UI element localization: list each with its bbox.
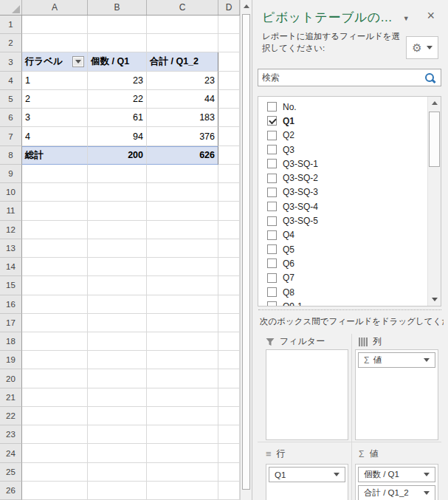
checkbox-icon[interactable] xyxy=(267,244,277,254)
cell-A13[interactable] xyxy=(22,239,88,258)
row-header-18[interactable]: 18 xyxy=(0,332,22,351)
cell-B25[interactable] xyxy=(88,463,147,482)
field-item[interactable]: Q7 xyxy=(258,271,427,285)
cell-C13[interactable] xyxy=(147,239,218,258)
field-item[interactable]: Q4 xyxy=(258,228,427,242)
scroll-up-button[interactable] xyxy=(428,97,441,109)
row-header-2[interactable]: 2 xyxy=(0,34,22,52)
field-item[interactable]: Q3-SQ-3 xyxy=(258,185,427,199)
cell-D4[interactable] xyxy=(218,72,240,90)
checkbox-icon[interactable] xyxy=(267,273,277,283)
cell-B22[interactable] xyxy=(88,407,147,425)
scroll-up-button[interactable] xyxy=(241,0,252,13)
cell-B20[interactable] xyxy=(88,369,147,388)
cell-D2[interactable] xyxy=(218,34,240,52)
checkbox-icon[interactable] xyxy=(267,131,277,140)
cell-C6[interactable]: 183 xyxy=(147,109,218,127)
cell-A14[interactable] xyxy=(22,258,88,276)
field-item[interactable]: No. xyxy=(258,100,427,114)
row-header-13[interactable]: 13 xyxy=(0,239,22,258)
cell-C9[interactable] xyxy=(147,165,218,183)
area-field-button[interactable]: 合計 / Q1_2 xyxy=(358,485,435,500)
row-header-5[interactable]: 5 xyxy=(0,90,22,109)
cell-C16[interactable] xyxy=(147,295,218,314)
cell-A10[interactable] xyxy=(22,183,88,202)
cell-C8[interactable]: 626 xyxy=(147,146,218,165)
checkbox-icon[interactable] xyxy=(267,258,277,268)
cell-B19[interactable] xyxy=(88,351,147,369)
field-item[interactable]: Q8 xyxy=(258,285,427,299)
cell-A20[interactable] xyxy=(22,369,88,388)
row-header-26[interactable]: 26 xyxy=(0,482,22,500)
cell-A8[interactable]: 総計 xyxy=(22,146,88,165)
cell-C19[interactable] xyxy=(147,351,218,369)
field-item[interactable]: Q5 xyxy=(258,242,427,256)
cell-A7[interactable]: 4 xyxy=(22,127,88,145)
cell-B3[interactable]: 個数 / Q1 xyxy=(88,52,147,71)
cell-D19[interactable] xyxy=(218,351,240,369)
cell-A3[interactable]: 行ラベル xyxy=(22,52,88,71)
cell-B5[interactable]: 22 xyxy=(88,90,147,109)
field-item[interactable]: Q2 xyxy=(258,129,427,143)
panel-title-caret-icon[interactable]: ▼ xyxy=(403,15,410,22)
cell-D26[interactable] xyxy=(218,482,240,500)
checkbox-icon[interactable] xyxy=(267,159,277,168)
checkbox-icon[interactable] xyxy=(267,230,277,240)
cell-C10[interactable] xyxy=(147,183,218,202)
column-header-B[interactable]: B xyxy=(88,0,147,15)
cell-B23[interactable] xyxy=(88,425,147,444)
cell-D3[interactable] xyxy=(218,52,240,71)
row-header-10[interactable]: 10 xyxy=(0,183,22,202)
cell-D23[interactable] xyxy=(218,425,240,444)
cell-D5[interactable] xyxy=(218,90,240,109)
row-header-22[interactable]: 22 xyxy=(0,407,22,425)
cell-D6[interactable] xyxy=(218,109,240,127)
select-all-corner[interactable] xyxy=(0,0,22,15)
scrollbar-thumb[interactable] xyxy=(429,112,440,167)
checkbox-icon[interactable] xyxy=(267,188,277,197)
checkbox-icon[interactable] xyxy=(267,202,277,211)
checkbox-icon[interactable] xyxy=(267,216,277,226)
cell-A12[interactable] xyxy=(22,221,88,239)
cell-D16[interactable] xyxy=(218,295,240,314)
filters-dropzone[interactable] xyxy=(266,349,348,440)
field-item[interactable]: Q3-SQ-4 xyxy=(258,199,427,213)
cell-A4[interactable]: 1 xyxy=(22,72,88,90)
cell-B8[interactable]: 200 xyxy=(88,146,147,165)
cell-B15[interactable] xyxy=(88,276,147,295)
cell-C25[interactable] xyxy=(147,463,218,482)
cell-C23[interactable] xyxy=(147,425,218,444)
cell-B10[interactable] xyxy=(88,183,147,202)
tools-button[interactable]: ⚙ xyxy=(406,36,438,59)
cell-D22[interactable] xyxy=(218,407,240,425)
cell-A17[interactable] xyxy=(22,314,88,332)
cell-D9[interactable] xyxy=(218,165,240,183)
cell-B11[interactable] xyxy=(88,202,147,220)
cell-C5[interactable]: 44 xyxy=(147,90,218,109)
cell-A22[interactable] xyxy=(22,407,88,425)
checkbox-icon[interactable] xyxy=(267,174,277,183)
row-header-4[interactable]: 4 xyxy=(0,72,22,90)
cell-C22[interactable] xyxy=(147,407,218,425)
cell-A5[interactable]: 2 xyxy=(22,90,88,109)
cell-B26[interactable] xyxy=(88,482,147,500)
row-header-15[interactable]: 15 xyxy=(0,276,22,295)
cell-D12[interactable] xyxy=(218,221,240,239)
checkbox-icon[interactable] xyxy=(267,116,277,126)
cell-C14[interactable] xyxy=(147,258,218,276)
field-item[interactable]: Q1 xyxy=(258,114,427,128)
row-labels-filter-button[interactable] xyxy=(72,56,84,67)
row-header-17[interactable]: 17 xyxy=(0,314,22,332)
cell-C15[interactable] xyxy=(147,276,218,295)
row-header-3[interactable]: 3 xyxy=(0,52,22,71)
cell-C11[interactable] xyxy=(147,202,218,220)
checkbox-icon[interactable] xyxy=(267,287,277,297)
cell-A24[interactable] xyxy=(22,444,88,462)
cell-A6[interactable]: 3 xyxy=(22,109,88,127)
row-header-19[interactable]: 19 xyxy=(0,351,22,369)
cell-A23[interactable] xyxy=(22,425,88,444)
cell-B21[interactable] xyxy=(88,388,147,407)
cell-D21[interactable] xyxy=(218,388,240,407)
cell-B7[interactable]: 94 xyxy=(88,127,147,145)
cell-D15[interactable] xyxy=(218,276,240,295)
